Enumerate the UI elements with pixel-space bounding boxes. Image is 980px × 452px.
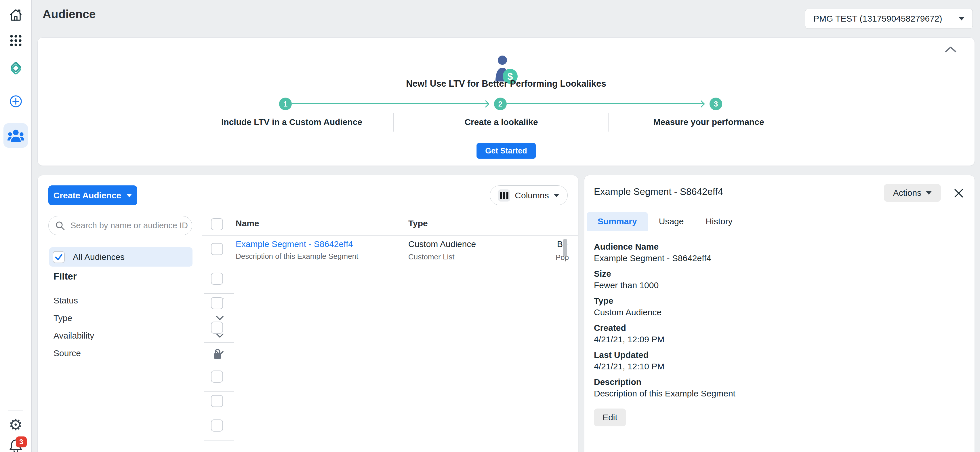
- account-selector[interactable]: PMG TEST (1317590458279672): [805, 9, 973, 29]
- row-checkbox[interactable]: [211, 273, 223, 285]
- field-type: Type Custom Audience: [594, 295, 735, 318]
- step-label-divider: [393, 113, 394, 132]
- search-icon: [55, 220, 65, 231]
- field-created: Created 4/21/21, 12:09 PM: [594, 322, 735, 345]
- step-2-label: Create a lookalike: [465, 117, 538, 127]
- columns-label: Columns: [515, 191, 549, 200]
- home-icon[interactable]: [8, 8, 23, 22]
- page-title: Audience: [43, 8, 96, 21]
- step-label-divider: [608, 113, 609, 132]
- chevron-down-icon: [926, 191, 932, 195]
- collapse-chevron-up-icon[interactable]: [945, 46, 957, 54]
- tab-history[interactable]: History: [695, 212, 743, 231]
- field-last-updated: Last Updated 4/21/21, 12:10 PM: [594, 349, 735, 372]
- all-audiences-checkbox[interactable]: [52, 251, 65, 263]
- sidebar: ⚙ 3: [0, 0, 32, 452]
- audience-detail-panel: Example Segment - S8642eff4 Actions Summ…: [584, 175, 975, 452]
- apps-grid-icon[interactable]: [9, 34, 22, 47]
- step-3-label: Measure your performance: [653, 117, 764, 127]
- filter-heading: Filter: [54, 271, 224, 282]
- vertical-scrollbar-thumb[interactable]: [563, 239, 567, 257]
- filter-section: Filter Status Type Availability Source: [54, 271, 224, 362]
- step-connector-arrow: [292, 103, 488, 104]
- ads-manager-icon[interactable]: [8, 60, 24, 76]
- columns-icon: [498, 189, 510, 201]
- chevron-down-icon: [959, 17, 964, 21]
- check-icon: [53, 252, 64, 263]
- filter-group-availability[interactable]: Availability: [54, 327, 224, 344]
- get-started-button[interactable]: Get Started: [476, 143, 536, 159]
- step-connector-arrow: [507, 103, 704, 104]
- audience-type: Custom Audience: [408, 239, 476, 249]
- notification-badge: 3: [16, 436, 27, 447]
- create-plus-icon[interactable]: [9, 94, 23, 108]
- table-row-locked: [204, 343, 234, 367]
- detail-title: Example Segment - S8642eff4: [594, 186, 723, 197]
- row-checkbox[interactable]: [211, 371, 223, 383]
- row-checkbox[interactable]: [211, 297, 223, 309]
- step-2-circle: 2: [494, 97, 507, 110]
- select-all-checkbox[interactable]: [211, 218, 223, 230]
- close-icon[interactable]: [953, 188, 964, 200]
- audience-type-detail: Customer List: [408, 252, 454, 261]
- filter-group-source[interactable]: Source: [54, 344, 224, 362]
- field-audience-name: Audience Name Example Segment - S8642eff…: [594, 241, 735, 264]
- row-checkbox[interactable]: [211, 322, 223, 334]
- column-header-type: Type: [408, 219, 428, 228]
- table-rows: [204, 269, 234, 441]
- create-audience-button[interactable]: Create Audience: [48, 185, 137, 205]
- summary-fields: Audience Name Example Segment - S8642eff…: [594, 241, 735, 403]
- audiences-people-icon: [8, 127, 24, 144]
- detail-tabs: Summary Usage History: [584, 212, 975, 231]
- step-3-circle: 3: [710, 97, 722, 110]
- ltv-banner: $ New! Use LTV for Better Performing Loo…: [37, 37, 975, 166]
- row-checkbox[interactable]: [211, 395, 223, 407]
- row-checkbox[interactable]: [211, 420, 223, 431]
- step-1-circle: 1: [279, 97, 292, 110]
- actions-label: Actions: [893, 188, 921, 198]
- actions-button[interactable]: Actions: [884, 184, 941, 202]
- search-box: [48, 216, 192, 235]
- table-row: [204, 416, 234, 441]
- columns-button[interactable]: Columns: [490, 185, 568, 205]
- column-header-name: Name: [235, 219, 259, 228]
- filter-group-type[interactable]: Type: [54, 309, 224, 327]
- search-input[interactable]: [70, 220, 189, 231]
- chevron-down-icon: [126, 194, 132, 197]
- step-1-label: Include LTV in a Custom Audience: [221, 117, 362, 127]
- chevron-down-icon: [554, 194, 559, 197]
- audience-description: Description of this Example Segment: [235, 252, 358, 261]
- row-checkbox[interactable]: [211, 243, 223, 255]
- field-description: Description Description of this Example …: [594, 376, 735, 399]
- sidebar-item-audiences[interactable]: [3, 123, 28, 148]
- field-size: Size Fewer than 1000: [594, 268, 735, 291]
- table-row: [204, 269, 234, 294]
- table-row: [204, 367, 234, 391]
- table-row: [204, 318, 234, 343]
- create-audience-label: Create Audience: [54, 191, 121, 200]
- tab-usage[interactable]: Usage: [648, 212, 695, 231]
- table-row: [204, 294, 234, 318]
- settings-gear-icon[interactable]: ⚙: [9, 417, 22, 433]
- all-audiences-label: All Audiences: [73, 252, 124, 262]
- table-divider: [202, 266, 578, 266]
- banner-title: New! Use LTV for Better Performing Looka…: [38, 78, 975, 89]
- sidebar-divider: [8, 410, 23, 411]
- tab-summary[interactable]: Summary: [587, 212, 648, 231]
- audience-name-link[interactable]: Example Segment - S8642eff4: [235, 239, 353, 249]
- table-row: [204, 391, 234, 416]
- edit-button[interactable]: Edit: [594, 409, 626, 426]
- audience-list-panel: Create Audience Columns All Audiences Fi…: [37, 175, 578, 452]
- filter-group-status[interactable]: Status: [54, 292, 224, 309]
- all-audiences-row[interactable]: All Audiences: [49, 247, 192, 267]
- account-selector-label: PMG TEST (1317590458279672): [813, 14, 942, 24]
- lock-icon: [212, 348, 223, 362]
